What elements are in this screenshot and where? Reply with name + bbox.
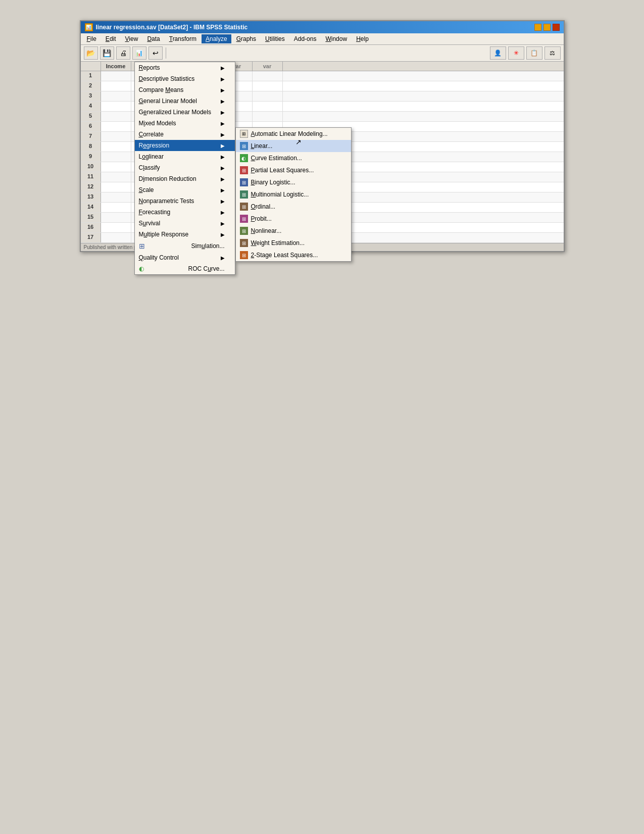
window-title: linear regression.sav [DataSet2] - IBM S… [96, 24, 248, 31]
table-row: 7 [81, 132, 564, 142]
col-var2-header[interactable]: var [222, 62, 253, 71]
var-btn4[interactable]: ⚖ [544, 46, 561, 60]
var-btn3[interactable]: 📋 [526, 46, 542, 60]
menu-graphs[interactable]: Graphs [232, 34, 260, 43]
table-row: 11 [81, 172, 564, 182]
twostage-icon: ⊞ [240, 251, 248, 259]
table-row: 1 [81, 71, 564, 81]
menu-analyze[interactable]: Analyze [202, 34, 231, 43]
col-empty1-header [162, 62, 192, 71]
grid-header: Income Price var var var [81, 62, 564, 71]
menu-transform[interactable]: Transform [165, 34, 201, 43]
data-grid: Income Price var var var 1 2 3 4 5 6 7 8… [81, 62, 564, 243]
table-row: 3 [81, 91, 564, 102]
table-row: 4 [81, 102, 564, 112]
app-icon: 📊 [85, 23, 93, 31]
table-row: 5 [81, 112, 564, 122]
table-row: 17 [81, 233, 564, 243]
title-bar: 📊 linear regression.sav [DataSet2] - IBM… [81, 21, 564, 33]
table-row: 13 [81, 192, 564, 203]
table-row: 8 [81, 142, 564, 152]
table-row: 16 [81, 223, 564, 233]
menu-view[interactable]: View [121, 34, 142, 43]
maximize-btn[interactable] [543, 24, 551, 31]
menu-quality-control[interactable]: Quality Control ▶ [135, 252, 235, 263]
print-btn[interactable]: 🖨 [116, 46, 130, 60]
table-row: 12 [81, 182, 564, 192]
main-window: 📊 linear regression.sav [DataSet2] - IBM… [80, 20, 565, 252]
save-btn[interactable]: 💾 [100, 46, 114, 60]
menu-addons[interactable]: Add-ons [290, 34, 321, 43]
var-btn2[interactable]: ✳ [508, 46, 524, 60]
menu-edit[interactable]: Edit [102, 34, 120, 43]
col-price-header[interactable]: Price [131, 62, 162, 71]
table-row: 6 [81, 122, 564, 132]
bottom-bar: Published with written permission from S… [81, 243, 564, 251]
undo-btn[interactable]: ↩ [148, 46, 163, 60]
toolbar-separator [166, 47, 166, 59]
row-num-header [81, 62, 101, 71]
status-text: Published with written permission from S… [84, 244, 246, 250]
menu-help[interactable]: Help [352, 34, 373, 43]
table-row: 15 [81, 213, 564, 223]
menu-utilities[interactable]: Utilities [261, 34, 289, 43]
chart-btn[interactable]: 📊 [132, 46, 146, 60]
table-row: 9 [81, 152, 564, 162]
minimize-btn[interactable] [534, 24, 541, 31]
col-var3-header[interactable]: var [253, 62, 283, 71]
menu-data[interactable]: Data [143, 34, 164, 43]
table-row: 14 [81, 203, 564, 213]
menu-window[interactable]: Window [321, 34, 351, 43]
menu-roc-curve[interactable]: ◐ ROC Curve... [135, 263, 235, 274]
col-var1-header[interactable]: var [192, 62, 222, 71]
table-row: 2 [81, 81, 564, 91]
menu-bar: File Edit View Data Transform Analyze Gr… [81, 33, 564, 45]
var-btn1[interactable]: 👤 [490, 46, 506, 60]
open-btn[interactable]: 📂 [84, 46, 98, 60]
table-row: 10 [81, 162, 564, 172]
toolbar: 📂 💾 🖨 📊 ↩ 👤 ✳ 📋 ⚖ [81, 45, 564, 62]
content-area: Income Price var var var 1 2 3 4 5 6 7 8… [81, 62, 564, 243]
menu-file[interactable]: File [83, 34, 101, 43]
col-income-header[interactable]: Income [101, 62, 131, 71]
close-btn[interactable] [553, 24, 560, 31]
